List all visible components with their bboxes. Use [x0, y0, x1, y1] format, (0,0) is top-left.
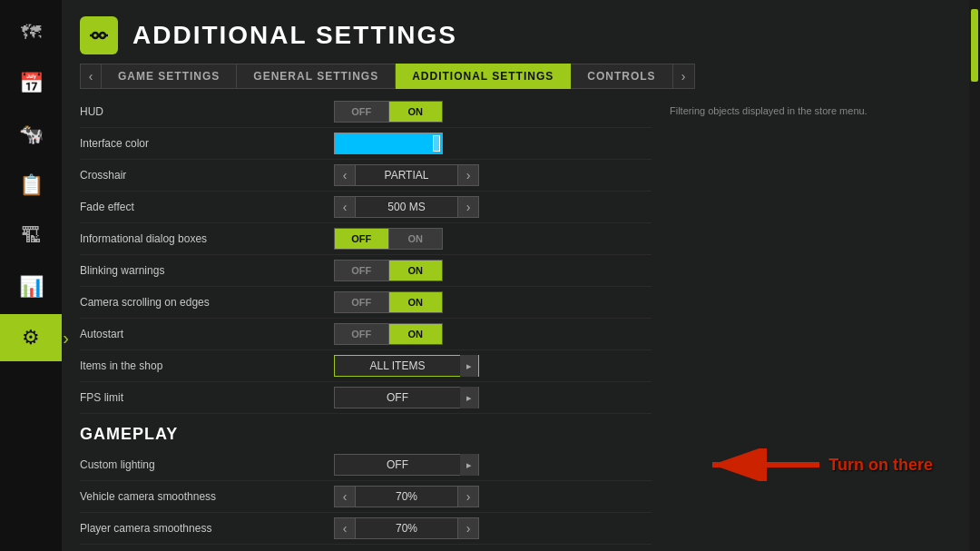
- blinking-off-btn[interactable]: OFF: [334, 260, 389, 281]
- fps-dropdown[interactable]: OFF ▸: [334, 387, 479, 408]
- blinking-toggle[interactable]: OFF ON: [334, 260, 443, 281]
- info-dialog-toggle[interactable]: OFF ON: [334, 228, 443, 250]
- interface-color-row: Interface color: [80, 128, 652, 160]
- sidebar-item-building[interactable]: 🏗: [5, 212, 57, 260]
- camera-scroll-row: Camera scrolling on edges OFF ON: [80, 287, 652, 319]
- crosshair-prev-btn[interactable]: ‹: [334, 164, 356, 186]
- vehicle-camera-control: ‹ 70% ›: [334, 486, 652, 507]
- hud-toggle[interactable]: OFF ON: [334, 101, 443, 123]
- items-shop-dropdown[interactable]: ALL ITEMS ▸: [334, 355, 479, 377]
- fps-arrow[interactable]: ▸: [460, 387, 478, 408]
- crosshair-next-btn[interactable]: ›: [457, 164, 479, 186]
- camera-scroll-off-btn[interactable]: OFF: [334, 291, 389, 313]
- blinking-on-btn[interactable]: ON: [389, 260, 444, 281]
- fade-next-btn[interactable]: ›: [457, 196, 479, 218]
- custom-lighting-value: OFF: [335, 458, 460, 471]
- hud-off-btn[interactable]: OFF: [334, 101, 389, 123]
- annotation-text: Turn on there: [828, 456, 933, 475]
- autostart-label: Autostart: [80, 328, 334, 340]
- tab-additional-settings[interactable]: ADDITIONAL SETTINGS: [396, 64, 571, 89]
- vehicle-camera-prev-btn[interactable]: ‹: [334, 486, 356, 507]
- player-camera-stepper[interactable]: ‹ 70% ›: [334, 517, 479, 539]
- svg-point-0: [93, 33, 98, 38]
- camera-scroll-control: OFF ON: [334, 291, 652, 313]
- tab-prev-arrow[interactable]: ‹: [80, 64, 102, 89]
- hud-label: HUD: [80, 105, 334, 118]
- autostart-on-btn[interactable]: ON: [389, 323, 444, 345]
- items-shop-control: ALL ITEMS ▸: [334, 355, 652, 377]
- page-title: ADDITIONAL SETTINGS: [132, 21, 457, 50]
- color-picker[interactable]: [334, 133, 443, 154]
- custom-lighting-row: Custom lighting OFF ▸: [80, 449, 652, 481]
- items-shop-label: Items in the shop: [80, 359, 334, 372]
- fps-control: OFF ▸: [334, 387, 652, 408]
- player-camera-prev-btn[interactable]: ‹: [334, 517, 356, 539]
- fade-effect-label: Fade effect: [80, 201, 334, 213]
- custom-lighting-dropdown[interactable]: OFF ▸: [334, 454, 479, 476]
- sidebar-item-stats[interactable]: 📊: [5, 263, 57, 310]
- info-dialog-control: OFF ON: [334, 228, 652, 250]
- player-camera-next-btn[interactable]: ›: [457, 517, 479, 539]
- tabs-bar: ‹ GAME SETTINGS GENERAL SETTINGS ADDITIO…: [62, 64, 969, 89]
- vehicle-camera-row: Vehicle camera smoothness ‹ 70% ›: [80, 481, 652, 513]
- stats-icon: 📊: [19, 275, 44, 299]
- autostart-toggle[interactable]: OFF ON: [334, 323, 443, 345]
- crosshair-stepper[interactable]: ‹ PARTIAL ›: [334, 164, 479, 186]
- sidebar-item-documents[interactable]: 📋: [5, 162, 57, 209]
- info-dialog-on-btn[interactable]: ON: [389, 228, 444, 250]
- fade-value: 500 MS: [356, 196, 457, 218]
- fade-effect-row: Fade effect ‹ 500 MS ›: [80, 192, 652, 223]
- sidebar-item-map[interactable]: 🗺: [5, 9, 57, 56]
- gameplay-section-title: GAMEPLAY: [80, 414, 652, 449]
- info-dialog-label: Informational dialog boxes: [80, 232, 334, 245]
- hud-on-btn[interactable]: ON: [389, 101, 444, 123]
- vehicle-camera-stepper[interactable]: ‹ 70% ›: [334, 486, 479, 507]
- content-area: HUD OFF ON Interface color: [62, 96, 969, 551]
- main-content: ADDITIONAL SETTINGS ‹ GAME SETTINGS GENE…: [62, 0, 969, 551]
- info-dialog-row: Informational dialog boxes OFF ON: [80, 223, 652, 255]
- scrollbar-thumb[interactable]: [971, 9, 978, 82]
- red-arrow-icon: [703, 448, 821, 481]
- crosshair-row: Crosshair ‹ PARTIAL ›: [80, 160, 652, 192]
- tab-next-arrow[interactable]: ›: [673, 64, 695, 89]
- camera-scroll-label: Camera scrolling on edges: [80, 296, 334, 309]
- tab-general-settings[interactable]: GENERAL SETTINGS: [237, 64, 396, 89]
- custom-lighting-label: Custom lighting: [80, 458, 334, 471]
- documents-icon: 📋: [19, 173, 44, 197]
- settings-panel: HUD OFF ON Interface color: [80, 96, 652, 551]
- vehicle-camera-value: 70%: [356, 486, 457, 507]
- camera-scroll-toggle[interactable]: OFF ON: [334, 291, 443, 313]
- calendar-icon: 📅: [19, 72, 44, 95]
- sidebar-item-calendar[interactable]: 📅: [5, 60, 57, 107]
- map-icon: 🗺: [21, 21, 41, 44]
- fade-effect-stepper[interactable]: ‹ 500 MS ›: [334, 196, 479, 218]
- tab-game-settings[interactable]: GAME SETTINGS: [102, 64, 237, 89]
- custom-lighting-arrow[interactable]: ▸: [460, 454, 478, 476]
- player-camera-row: Player camera smoothness ‹ 70% ›: [80, 513, 652, 545]
- items-shop-row: Items in the shop ALL ITEMS ▸: [80, 350, 652, 382]
- tab-controls[interactable]: CONTROLS: [571, 64, 672, 89]
- items-shop-arrow[interactable]: ▸: [460, 355, 478, 377]
- sidebar-item-settings[interactable]: ⚙: [0, 314, 62, 361]
- items-shop-value: ALL ITEMS: [335, 359, 460, 372]
- player-camera-value: 70%: [356, 517, 457, 539]
- crosshair-value: PARTIAL: [356, 164, 457, 186]
- sidebar: 🗺 📅 🐄 📋 🏗 📊 ⚙: [0, 0, 62, 551]
- autostart-off-btn[interactable]: OFF: [334, 323, 389, 345]
- progress-row: [80, 545, 652, 551]
- crosshair-label: Crosshair: [80, 169, 334, 182]
- blinking-control: OFF ON: [334, 260, 652, 281]
- fps-row: FPS limit OFF ▸: [80, 382, 652, 414]
- fade-prev-btn[interactable]: ‹: [334, 196, 356, 218]
- blinking-row: Blinking warnings OFF ON: [80, 255, 652, 287]
- sidebar-item-animals[interactable]: 🐄: [5, 111, 57, 158]
- settings-icon: ⚙: [22, 326, 40, 349]
- scrollbar[interactable]: [969, 0, 980, 551]
- info-panel: Filtering objects displayed in the store…: [670, 96, 924, 551]
- vehicle-camera-label: Vehicle camera smoothness: [80, 490, 334, 503]
- interface-color-label: Interface color: [80, 137, 334, 150]
- vehicle-camera-next-btn[interactable]: ›: [457, 486, 479, 507]
- camera-scroll-on-btn[interactable]: ON: [389, 291, 444, 313]
- building-icon: 🏗: [21, 224, 41, 248]
- info-dialog-off-btn[interactable]: OFF: [334, 228, 389, 250]
